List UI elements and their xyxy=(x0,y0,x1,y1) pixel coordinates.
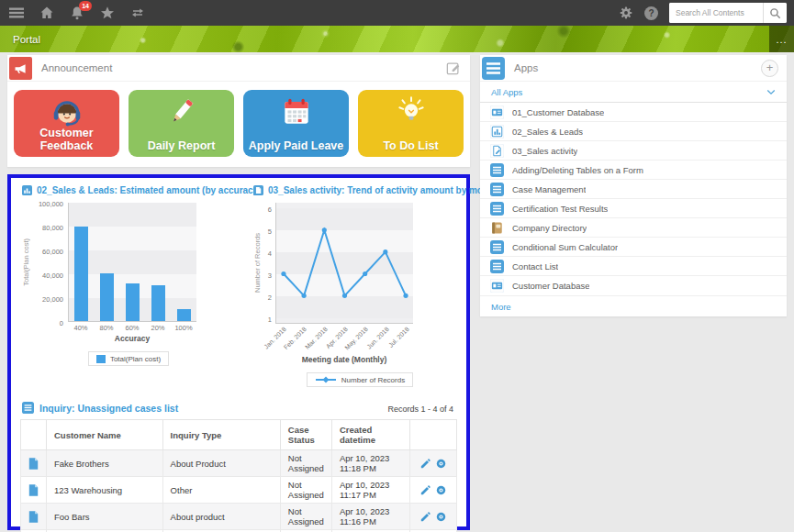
app-list-item[interactable]: Adding/Deleting Tables on a Form xyxy=(480,161,787,180)
apps-more-row: More xyxy=(480,295,787,316)
record-actions-cell xyxy=(409,450,456,477)
app-item-label: Certification Test Results xyxy=(512,204,608,214)
announcement-panel: Announcement Customer FeedbackDaily Repo… xyxy=(7,55,470,167)
line-chart-title-link[interactable]: 03_Sales activity: Trend of activity amo… xyxy=(253,185,468,195)
app-list-item[interactable]: Certification Test Results xyxy=(480,199,787,218)
column-header: Created datetime xyxy=(331,420,409,450)
quick-button-daily-report[interactable]: Daily Report xyxy=(129,90,234,157)
app-list-item[interactable]: 03_Sales activity xyxy=(480,141,787,161)
bar-chart-app-icon xyxy=(22,185,32,195)
cell-case-status: Not Assigned xyxy=(280,450,331,477)
gear-icon[interactable] xyxy=(619,6,633,20)
app-list-icon xyxy=(490,183,504,196)
bar-40% xyxy=(74,227,88,321)
bar-60% xyxy=(126,283,140,321)
edit-record-icon[interactable] xyxy=(418,458,433,468)
notification-badge: 14 xyxy=(79,1,92,11)
bar-ytick: 60,000 xyxy=(42,248,63,256)
line-chart-app-icon xyxy=(253,185,263,195)
add-app-button[interactable]: + xyxy=(761,60,778,77)
data-point xyxy=(403,294,408,298)
remove-record-icon[interactable] xyxy=(433,458,449,468)
cell-customer-name: Fake Brothers xyxy=(47,450,163,477)
line-ytick: 6 xyxy=(268,205,272,214)
edit-record-icon[interactable] xyxy=(418,484,433,494)
data-point xyxy=(363,272,367,276)
record-file-icon[interactable] xyxy=(28,484,39,494)
line-chart-legend: Number of Records xyxy=(307,372,413,387)
record-file-cell xyxy=(21,450,47,477)
apps-panel-icon xyxy=(482,57,505,80)
record-file-cell xyxy=(21,477,47,504)
data-point xyxy=(383,249,387,254)
app-list-item[interactable]: Contact List xyxy=(480,257,787,276)
search-input[interactable] xyxy=(669,3,763,23)
inquiry-title-link[interactable]: Inquiry: Unassigned cases list xyxy=(22,402,178,414)
app-list-icon xyxy=(490,163,504,177)
bar-chart-widget: 02_Sales & Leads: Estimated amount (by a… xyxy=(20,183,237,387)
line-ytick: 2 xyxy=(268,294,272,302)
app-list-item[interactable]: 02_Sales & Leads xyxy=(480,122,787,141)
bar-xtick: 60% xyxy=(119,324,145,332)
quick-button-to-do-list[interactable]: To Do List xyxy=(358,90,464,157)
bar-chart-plot xyxy=(68,203,196,322)
line-chart-yticks: 654321 xyxy=(263,203,275,324)
quick-button-apply-paid-leave[interactable]: Apply Paid Leave xyxy=(243,90,349,157)
banner-options-button[interactable]: ... xyxy=(769,26,794,52)
cell-customer-name: 123 Warehousing xyxy=(47,477,163,504)
app-list-item[interactable]: Customer Database xyxy=(480,276,787,295)
bar-xtick: 40% xyxy=(68,324,94,332)
app-item-label: 03_Sales activity xyxy=(512,146,577,156)
home-icon[interactable] xyxy=(39,6,54,20)
cell-created-datetime: Apr 10, 2023 11:16 PM xyxy=(331,504,409,530)
record-file-icon[interactable] xyxy=(28,458,39,468)
line-chart-title: 03_Sales activity: Trend of activity amo… xyxy=(268,185,498,195)
quick-button-label: Apply Paid Leave xyxy=(249,139,344,152)
edit-announcement-icon[interactable] xyxy=(446,61,461,75)
apps-filter-dropdown[interactable]: All Apps xyxy=(480,82,787,103)
notifications-bell-icon[interactable]: 14 xyxy=(70,6,84,20)
megaphone-icon xyxy=(9,57,32,80)
hamburger-menu-icon[interactable] xyxy=(9,6,24,20)
charts-row: 02_Sales & Leads: Estimated amount (by a… xyxy=(20,183,457,387)
line-chart-widget: 03_Sales activity: Trend of activity amo… xyxy=(252,183,468,387)
bar-20% xyxy=(151,285,165,321)
line-chart-plot xyxy=(275,203,413,324)
data-point xyxy=(342,294,347,298)
cell-created-datetime: Apr 10, 2023 11:18 PM xyxy=(331,450,409,477)
chart-doc-icon xyxy=(490,125,504,139)
line-chart-xlabel: Meeting date (Monthly) xyxy=(275,355,413,364)
apps-panel: Apps + All Apps 01_Customer Database02_S… xyxy=(480,55,787,316)
bulb-icon xyxy=(394,94,429,129)
column-record-icon xyxy=(21,420,47,450)
cell-inquiry-type: Other xyxy=(162,477,280,504)
quick-button-customer-feedback[interactable]: Customer Feedback xyxy=(14,90,119,157)
cell-customer-name: Foo Bars xyxy=(47,504,163,530)
bar-ytick: 20,000 xyxy=(42,295,63,304)
bar-xtick: 20% xyxy=(145,324,171,332)
app-item-label: Adding/Deleting Tables on a Form xyxy=(512,165,643,175)
record-file-icon[interactable] xyxy=(28,511,39,521)
app-list-item[interactable]: 01_Customer Database xyxy=(480,103,787,122)
sync-icon[interactable] xyxy=(130,6,145,20)
global-toolbar: 14 ? xyxy=(0,0,794,26)
app-list-item[interactable]: Case Management xyxy=(480,180,787,199)
app-list-item[interactable]: Company Directory xyxy=(480,218,787,238)
star-icon[interactable] xyxy=(100,6,115,20)
cell-created-datetime: Apr 10, 2023 11:17 PM xyxy=(331,477,409,504)
bar-chart-yticks: 100,00080,00060,00040,00020,0000 xyxy=(31,203,68,322)
announcement-title: Announcement xyxy=(41,62,112,73)
remove-record-icon[interactable] xyxy=(433,484,449,494)
bar-chart-title-link[interactable]: 02_Sales & Leads: Estimated amount (by a… xyxy=(22,185,237,195)
chevron-down-icon xyxy=(766,89,776,95)
app-item-label: Case Management xyxy=(512,184,586,194)
help-icon[interactable]: ? xyxy=(644,6,658,20)
more-apps-link[interactable]: More xyxy=(491,302,511,312)
app-list-item[interactable]: Conditional Sum Calculator xyxy=(480,238,787,257)
cell-inquiry-type: About product xyxy=(162,504,280,530)
edit-record-icon[interactable] xyxy=(418,511,433,521)
search-button[interactable] xyxy=(763,3,787,23)
remove-record-icon[interactable] xyxy=(433,511,449,521)
apps-title: Apps xyxy=(514,62,538,73)
line-ytick: 1 xyxy=(268,316,272,324)
